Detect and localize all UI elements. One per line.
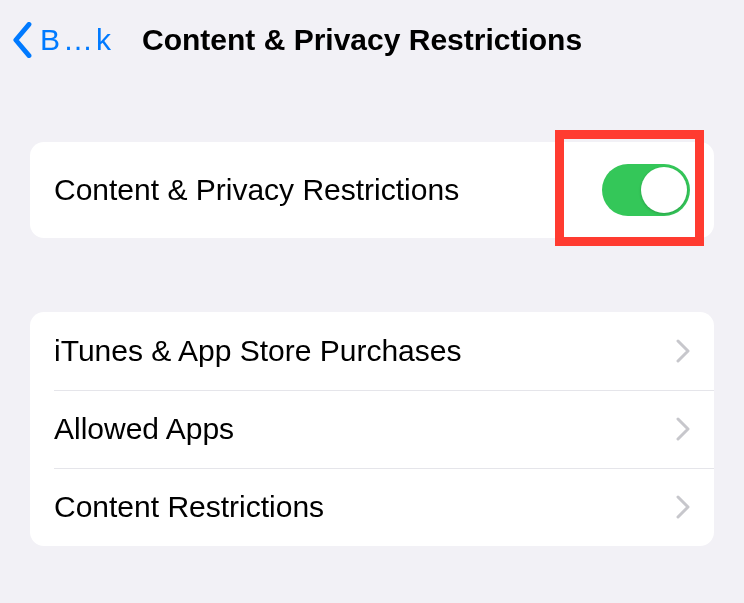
back-button[interactable]: B…k [40, 23, 114, 57]
chevron-right-icon [676, 339, 690, 363]
toggle-label: Content & Privacy Restrictions [54, 173, 459, 207]
content-privacy-toggle-row: Content & Privacy Restrictions [30, 142, 714, 238]
header: B…k Content & Privacy Restrictions [0, 0, 744, 78]
toggle-knob-icon [641, 167, 687, 213]
page-title: Content & Privacy Restrictions [142, 23, 582, 57]
menu-item-content-restrictions[interactable]: Content Restrictions [30, 468, 714, 546]
menu-item-allowed-apps[interactable]: Allowed Apps [30, 390, 714, 468]
menu-item-label: Allowed Apps [54, 412, 234, 446]
menu-item-label: iTunes & App Store Purchases [54, 334, 461, 368]
menu-section: iTunes & App Store Purchases Allowed App… [30, 312, 714, 546]
chevron-right-icon [676, 417, 690, 441]
menu-item-label: Content Restrictions [54, 490, 324, 524]
content-privacy-toggle[interactable] [602, 164, 690, 216]
back-chevron-icon[interactable] [12, 22, 34, 58]
toggle-section: Content & Privacy Restrictions [30, 142, 714, 238]
menu-item-itunes-purchases[interactable]: iTunes & App Store Purchases [30, 312, 714, 390]
chevron-right-icon [676, 495, 690, 519]
